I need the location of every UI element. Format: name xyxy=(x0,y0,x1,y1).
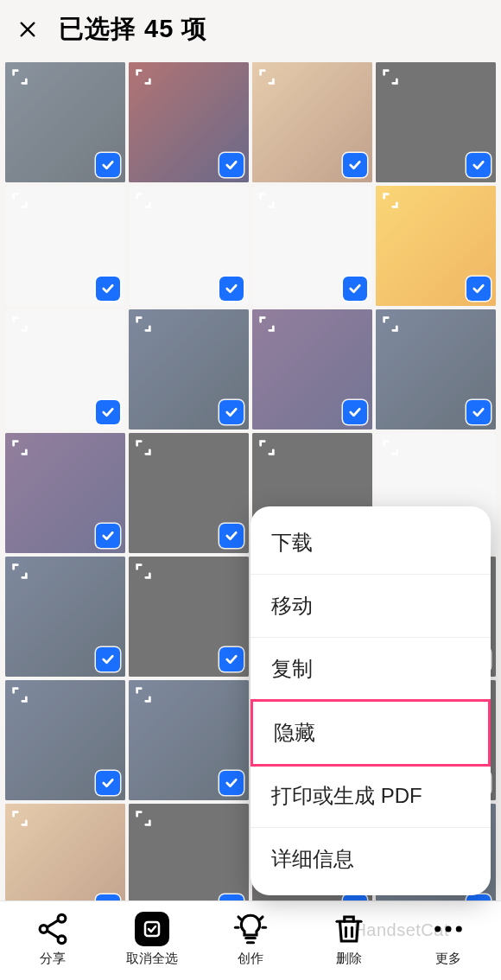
menu-item-4[interactable]: 打印或生成 PDF xyxy=(250,765,491,828)
toolbar-label: 分享 xyxy=(40,951,66,967)
menu-item-2[interactable]: 复制 xyxy=(250,638,491,701)
photo-thumbnail[interactable] xyxy=(252,62,372,182)
expand-icon xyxy=(134,809,153,828)
photo-thumbnail[interactable] xyxy=(129,62,249,182)
expand-icon xyxy=(134,67,153,86)
expand-icon xyxy=(10,315,29,334)
svg-line-6 xyxy=(47,931,59,939)
selected-check-icon[interactable] xyxy=(466,277,491,301)
selected-check-icon[interactable] xyxy=(219,771,244,795)
selected-check-icon[interactable] xyxy=(219,277,244,301)
photo-thumbnail[interactable] xyxy=(129,680,249,800)
more-menu-popup: 下载移动复制隐藏打印或生成 PDF详细信息 xyxy=(250,506,491,895)
lightbulb-icon xyxy=(232,911,269,947)
selected-check-icon[interactable] xyxy=(466,400,491,424)
expand-icon xyxy=(10,67,29,86)
photo-thumbnail[interactable] xyxy=(129,433,249,553)
bottom-toolbar: 分享 取消全选 创作 删除 更多 xyxy=(0,900,501,980)
menu-item-0[interactable]: 下载 xyxy=(250,512,491,575)
svg-line-8 xyxy=(238,917,241,920)
photo-thumbnail[interactable] xyxy=(252,186,372,306)
expand-icon xyxy=(134,438,153,457)
expand-icon xyxy=(10,685,29,704)
selected-check-icon[interactable] xyxy=(96,400,120,424)
photo-thumbnail[interactable] xyxy=(5,680,125,800)
svg-point-14 xyxy=(434,926,441,932)
menu-item-1[interactable]: 移动 xyxy=(250,575,491,638)
selected-check-icon[interactable] xyxy=(96,647,120,671)
header: 已选择 45 项 xyxy=(0,0,501,62)
expand-icon xyxy=(134,191,153,210)
expand-icon xyxy=(134,562,153,581)
svg-point-15 xyxy=(445,926,451,932)
photo-thumbnail[interactable] xyxy=(5,62,125,182)
selected-check-icon[interactable] xyxy=(343,153,367,177)
menu-item-5[interactable]: 详细信息 xyxy=(250,828,491,890)
expand-icon xyxy=(257,438,276,457)
selected-check-icon[interactable] xyxy=(96,771,120,795)
expand-icon xyxy=(381,67,400,86)
photo-thumbnail[interactable] xyxy=(376,309,496,430)
page-title: 已选择 45 项 xyxy=(59,12,207,47)
selected-check-icon[interactable] xyxy=(96,524,120,548)
svg-line-9 xyxy=(260,917,263,920)
selected-check-icon[interactable] xyxy=(466,153,491,177)
toolbar-share-button[interactable]: 分享 xyxy=(3,911,102,967)
selected-check-icon[interactable] xyxy=(219,400,244,424)
photo-thumbnail[interactable] xyxy=(376,62,496,182)
photo-thumbnail[interactable] xyxy=(129,186,249,306)
svg-point-16 xyxy=(456,926,462,932)
photo-thumbnail[interactable] xyxy=(5,186,125,306)
toolbar-lightbulb-button[interactable]: 创作 xyxy=(201,911,300,967)
photo-thumbnail[interactable] xyxy=(252,309,372,430)
deselect-icon xyxy=(134,911,170,947)
selected-check-icon[interactable] xyxy=(219,647,244,671)
toolbar-label: 删除 xyxy=(336,951,362,967)
photo-thumbnail[interactable] xyxy=(129,309,249,430)
toolbar-label: 更多 xyxy=(435,951,461,967)
selected-check-icon[interactable] xyxy=(96,153,120,177)
selected-check-icon[interactable] xyxy=(219,153,244,177)
expand-icon xyxy=(257,315,276,334)
selected-check-icon[interactable] xyxy=(343,400,367,424)
expand-icon xyxy=(134,315,153,334)
photo-thumbnail[interactable] xyxy=(5,309,125,430)
close-icon[interactable] xyxy=(16,17,40,41)
toolbar-deselect-button[interactable]: 取消全选 xyxy=(102,911,200,967)
expand-icon xyxy=(381,438,400,457)
selected-check-icon[interactable] xyxy=(96,277,120,301)
expand-icon xyxy=(10,562,29,581)
expand-icon xyxy=(10,191,29,210)
expand-icon xyxy=(381,191,400,210)
selected-check-icon[interactable] xyxy=(343,277,367,301)
photo-thumbnail[interactable] xyxy=(376,186,496,306)
photo-thumbnail[interactable] xyxy=(129,557,249,677)
photo-thumbnail[interactable] xyxy=(5,557,125,677)
menu-item-3[interactable]: 隐藏 xyxy=(250,699,491,767)
expand-icon xyxy=(257,67,276,86)
svg-line-5 xyxy=(47,920,59,928)
expand-icon xyxy=(134,685,153,704)
more-icon xyxy=(430,911,466,947)
toolbar-label: 取消全选 xyxy=(126,951,178,967)
toolbar-more-button[interactable]: 更多 xyxy=(399,911,498,967)
toolbar-label: 创作 xyxy=(238,951,263,967)
photo-thumbnail[interactable] xyxy=(5,433,125,553)
trash-icon xyxy=(331,911,367,947)
expand-icon xyxy=(381,315,400,334)
expand-icon xyxy=(257,191,276,210)
expand-icon xyxy=(10,809,29,828)
share-icon xyxy=(35,911,71,947)
toolbar-trash-button[interactable]: 删除 xyxy=(300,911,398,967)
selected-check-icon[interactable] xyxy=(219,524,244,548)
expand-icon xyxy=(10,438,29,457)
